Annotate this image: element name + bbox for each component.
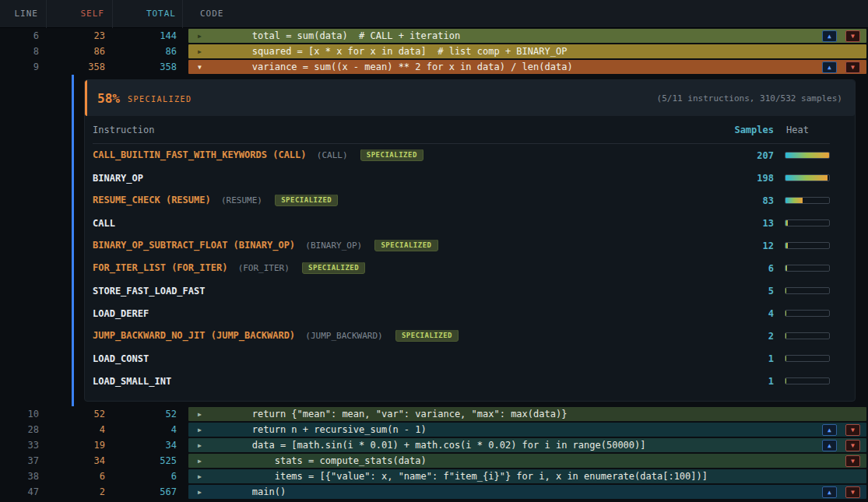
code-cell[interactable]: ▶ stats = compute_stats(data) ▼ [188, 454, 866, 468]
expansion-connector-line [72, 75, 74, 406]
heat-bar-fill [785, 288, 786, 293]
expand-icon[interactable]: ▶ [188, 473, 207, 480]
code-row: 38 6 6 ▶ items = [{"value": x, "name": f… [0, 469, 868, 484]
sample-count: 207 [719, 150, 774, 161]
instruction-row: LOAD_SMALL_INT 1 [93, 370, 830, 392]
column-header-line: LINE [0, 0, 47, 28]
column-header-code: CODE [183, 0, 868, 28]
instruction-base: (FOR_ITER) [238, 263, 290, 273]
sample-count: 198 [719, 173, 774, 184]
instruction-row: BINARY_OP 198 [93, 167, 830, 189]
self-count: 19 [47, 437, 113, 453]
instruction-name: BINARY_OP_SUBTRACT_FLOAT (BINARY_OP) [93, 240, 295, 251]
code-row: 6 23 144 ▶ total = sum(data) # CALL + it… [0, 28, 868, 44]
line-number: 8 [0, 44, 47, 59]
self-count: 2 [47, 484, 113, 500]
line-number: 47 [0, 484, 47, 500]
line-number: 37 [0, 453, 47, 469]
total-count: 358 [113, 59, 183, 75]
move-down-button[interactable]: ▼ [845, 455, 860, 467]
code-row: 9 358 358 ▼ variance = sum((x - mean) **… [0, 59, 868, 75]
line-number: 28 [0, 422, 47, 437]
heat-bar-fill [785, 265, 787, 271]
column-header-samples: Samples [719, 125, 774, 135]
heat-bar-fill [785, 220, 788, 226]
code-cell[interactable]: ▶ total = sum(data) # CALL + iteration ▲… [188, 29, 866, 43]
specialization-panel: 58% SPECIALIZED (5/11 instructions, 310/… [84, 79, 856, 402]
heat-bar [785, 332, 830, 339]
collapse-icon[interactable]: ▼ [188, 64, 207, 71]
heat-bar [785, 265, 830, 272]
total-count: 52 [113, 406, 183, 422]
code-cell[interactable]: ▶ main() ▲ ▼ [188, 485, 866, 499]
expand-icon[interactable]: ▶ [188, 48, 207, 55]
sample-count: 83 [719, 195, 774, 206]
instruction-base: (BINARY_OP) [305, 240, 362, 251]
instruction-row: FOR_ITER_LIST (FOR_ITER) (FOR_ITER) SPEC… [93, 257, 830, 279]
heat-bar [785, 219, 830, 226]
heat-bar [785, 310, 830, 317]
expand-icon[interactable]: ▶ [188, 489, 207, 496]
move-down-button[interactable]: ▼ [845, 30, 860, 42]
code-text: squared = [x * x for x in data] # list c… [207, 46, 866, 57]
move-up-button[interactable]: ▲ [822, 440, 837, 451]
heat-bar-fill [785, 243, 788, 248]
sample-count: 1 [719, 376, 774, 387]
expand-icon[interactable]: ▶ [188, 411, 207, 418]
move-down-button[interactable]: ▼ [845, 486, 860, 498]
specialization-expansion: 58% SPECIALIZED (5/11 instructions, 310/… [0, 75, 868, 406]
self-count: 34 [47, 453, 113, 469]
instruction-name: CALL [93, 218, 115, 229]
expand-icon[interactable]: ▶ [188, 442, 207, 449]
code-cell[interactable]: ▶ return n + recursive_sum(n - 1) ▲ ▼ [188, 423, 866, 437]
move-up-button[interactable]: ▲ [822, 30, 837, 42]
sample-count: 12 [719, 240, 774, 251]
heat-bar [785, 174, 830, 181]
code-text: data = [math.sin(i * 0.01) + math.cos(i … [207, 440, 816, 451]
specialized-percent: 58% [97, 91, 120, 106]
code-cell[interactable]: ▶ squared = [x * x for x in data] # list… [188, 44, 866, 58]
move-down-button[interactable]: ▼ [845, 440, 860, 451]
expand-icon[interactable]: ▶ [188, 458, 207, 465]
sample-count: 1 [719, 353, 774, 364]
self-count: 358 [47, 59, 113, 75]
move-down-button[interactable]: ▼ [845, 424, 860, 436]
specialized-badge: SPECIALIZED [374, 240, 438, 251]
heat-bar-fill [785, 378, 786, 384]
code-cell[interactable]: ▶ data = [math.sin(i * 0.01) + math.cos(… [188, 438, 866, 452]
instruction-name: STORE_FAST_LOAD_FAST [93, 286, 206, 297]
line-number: 9 [0, 59, 47, 75]
expand-icon[interactable]: ▶ [188, 33, 207, 40]
move-up-button[interactable]: ▲ [822, 486, 837, 498]
total-count: 525 [113, 453, 183, 469]
column-header-instruction: Instruction [93, 125, 719, 135]
code-row: 47 2 567 ▶ main() ▲ ▼ [0, 484, 868, 500]
instruction-name: BINARY_OP [93, 173, 143, 184]
code-cell-expanded[interactable]: ▼ variance = sum((x - mean) ** 2 for x i… [188, 60, 866, 74]
instruction-row: STORE_FAST_LOAD_FAST 5 [93, 279, 830, 302]
instruction-name: JUMP_BACKWARD_NO_JIT (JUMP_BACKWARD) [93, 330, 295, 341]
code-row: 37 34 525 ▶ stats = compute_stats(data) … [0, 453, 868, 469]
instruction-row: CALL_BUILTIN_FAST_WITH_KEYWORDS (CALL) (… [93, 144, 830, 167]
move-up-button[interactable]: ▲ [822, 61, 837, 73]
code-row: 33 19 34 ▶ data = [math.sin(i * 0.01) + … [0, 437, 868, 453]
move-up-button[interactable]: ▲ [822, 424, 837, 436]
instruction-base: (RESUME) [221, 195, 262, 205]
column-header-heat: Heat [785, 125, 830, 135]
code-row: 8 86 86 ▶ squared = [x * x for x in data… [0, 44, 868, 59]
table-header: LINE SELF TOTAL CODE [0, 0, 868, 28]
code-cell[interactable]: ▶ items = [{"value": x, "name": f"item_{… [188, 469, 866, 483]
code-text: return n + recursive_sum(n - 1) [207, 424, 816, 435]
code-cell[interactable]: ▶ return {"mean": mean, "var": variance,… [188, 407, 866, 421]
move-down-button[interactable]: ▼ [845, 61, 860, 73]
sample-note: (5/11 instructions, 310/532 samples) [657, 93, 842, 104]
instruction-table: Instruction Samples Heat CALL_BUILTIN_FA… [85, 116, 855, 392]
sample-count: 2 [719, 331, 774, 342]
expand-icon[interactable]: ▶ [188, 427, 207, 434]
code-row: 10 52 52 ▶ return {"mean": mean, "var": … [0, 406, 868, 422]
heat-bar-fill [785, 153, 829, 158]
total-count: 144 [113, 28, 183, 44]
total-count: 34 [113, 437, 183, 453]
instruction-row: BINARY_OP_SUBTRACT_FLOAT (BINARY_OP) (BI… [93, 234, 830, 257]
code-text: variance = sum((x - mean) ** 2 for x in … [207, 61, 816, 72]
